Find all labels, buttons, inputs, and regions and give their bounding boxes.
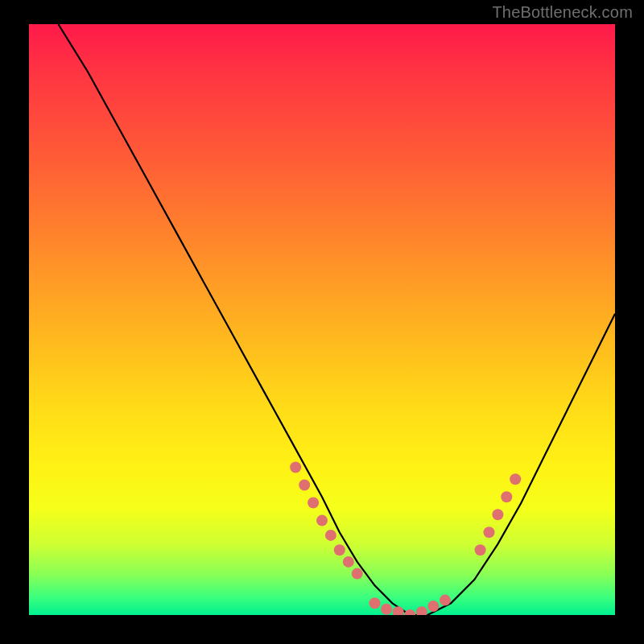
left-arm-markers [343,556,354,568]
left-arm-markers [316,515,328,526]
right-arm-markers [484,526,495,538]
valley-markers [427,601,439,612]
left-arm-markers [290,462,301,473]
left-arm-markers [334,544,345,555]
curve-path [58,24,615,615]
chart-frame: TheBottleneck.com [0,0,644,644]
right-arm-markers [510,473,521,485]
valley-markers [416,606,427,615]
left-arm-markers [325,530,336,541]
curve-layer [29,24,615,615]
right-arm-markers [492,509,503,520]
valley-markers [369,597,381,609]
left-arm-markers [299,480,310,491]
valley-markers [381,604,392,615]
right-arm-markers [501,491,512,502]
bottleneck-curve [58,24,615,615]
plot-area [29,24,615,615]
left-arm-markers [308,497,319,509]
watermark-text: TheBottleneck.com [492,3,633,22]
left-arm-markers [352,568,363,580]
valley-markers [404,609,415,615]
valley-markers [393,606,404,615]
valley-markers [440,595,451,606]
marker-group [290,462,521,616]
right-arm-markers [475,544,486,555]
